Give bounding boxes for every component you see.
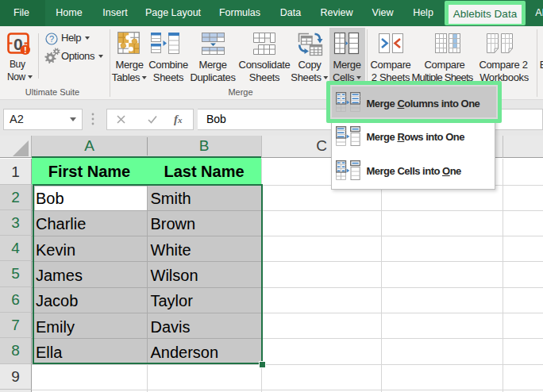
svg-text:!: ! <box>24 45 27 55</box>
svg-text:?: ? <box>49 34 54 44</box>
